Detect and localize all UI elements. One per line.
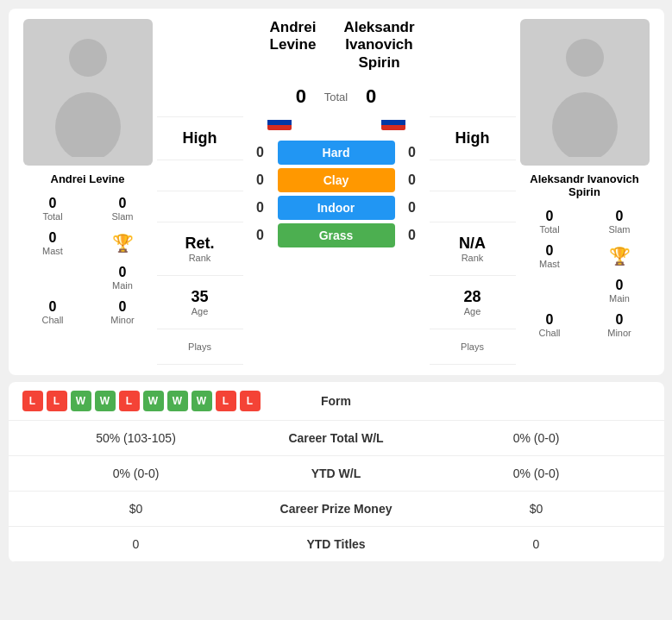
svg-point-2 xyxy=(566,39,604,77)
left-high-value: High xyxy=(183,129,217,147)
hard-button[interactable]: Hard xyxy=(278,141,395,165)
right-trophy-icon: 🏆 xyxy=(609,243,631,269)
stat-left-3: 0 xyxy=(22,537,250,551)
right-rank-value: N/A xyxy=(459,235,486,253)
right-main-cell: 0 Main xyxy=(589,274,650,307)
left-avatar xyxy=(23,19,153,166)
surface-rows: 0 Hard 0 0 Clay 0 0 Indoor 0 xyxy=(250,141,423,247)
grass-row: 0 Grass 0 xyxy=(250,223,423,247)
right-total-cell: 0 Total xyxy=(519,205,581,238)
players-row: Andrei Levine 0 Total 0 Slam 0 Mast 🏆 0 … xyxy=(19,19,654,365)
right-age-block: 28 Age xyxy=(430,276,516,329)
grass-score-left: 0 xyxy=(250,228,271,243)
right-main-value: 0 xyxy=(616,278,624,293)
clay-button[interactable]: Clay xyxy=(278,168,395,192)
indoor-score-left: 0 xyxy=(250,200,271,216)
right-plays-label: Plays xyxy=(461,341,484,352)
total-score-right: 0 xyxy=(358,85,384,108)
main-card: Andrei Levine 0 Total 0 Slam 0 Mast 🏆 0 … xyxy=(9,9,664,375)
form-badge-w: W xyxy=(143,391,164,411)
flag-row xyxy=(250,115,423,141)
right-rank-block: N/A Rank xyxy=(430,222,516,276)
right-mast-cell: 0 Mast xyxy=(519,240,581,272)
form-badge-l: L xyxy=(240,391,261,411)
left-total-cell: 0 Total xyxy=(22,192,84,225)
left-main-label: Main xyxy=(112,280,133,291)
left-slam-value: 0 xyxy=(119,196,127,211)
right-stats-grid: 0 Total 0 Slam 0 Mast 🏆 0 Main 0 xyxy=(516,205,654,341)
right-slam-label: Slam xyxy=(608,224,630,235)
right-slam-cell: 0 Slam xyxy=(589,205,650,238)
bottom-card: LLWWLWWWLL Form 50% (103-105)Career Tota… xyxy=(9,382,664,562)
right-flag xyxy=(381,115,405,130)
right-age-label: Age xyxy=(464,306,481,316)
grass-button[interactable]: Grass xyxy=(278,223,395,247)
form-badge-l: L xyxy=(216,391,236,411)
stat-center-0: Career Total W/L xyxy=(250,431,423,445)
grass-score-right: 0 xyxy=(402,228,423,243)
left-age-value: 35 xyxy=(191,288,208,306)
left-high-block: High xyxy=(157,117,243,160)
form-label: Form xyxy=(302,394,371,408)
right-mast-label: Mast xyxy=(539,259,560,269)
form-badge-w: W xyxy=(95,391,116,411)
stat-center-1: YTD W/L xyxy=(250,467,423,480)
right-total-label: Total xyxy=(539,224,559,235)
svg-point-3 xyxy=(552,92,618,157)
left-plays-block: Plays xyxy=(157,329,243,365)
right-plays-block: Plays xyxy=(430,329,516,365)
left-slam-cell: 0 Slam xyxy=(92,192,154,225)
left-age-label: Age xyxy=(192,306,209,316)
player-right: Aleksandr Ivanovich Spirin 0 Total 0 Sla… xyxy=(516,19,654,365)
left-slam-label: Slam xyxy=(111,211,133,222)
left-total-value: 0 xyxy=(49,196,57,211)
right-minor-label: Minor xyxy=(607,328,631,338)
stat-right-2: $0 xyxy=(423,502,650,516)
stat-right-0: 0% (0-0) xyxy=(423,431,650,445)
stat-left-2: $0 xyxy=(22,502,250,516)
stat-right-3: 0 xyxy=(423,537,650,551)
left-mast-cell: 0 Mast xyxy=(22,227,84,260)
stat-left-1: 0% (0-0) xyxy=(22,467,250,480)
left-chall-label: Chall xyxy=(41,315,63,325)
left-rank-label: Rank xyxy=(189,253,211,263)
left-rank-value: Ret. xyxy=(185,235,214,253)
left-minor-label: Minor xyxy=(110,315,135,325)
hard-score-left: 0 xyxy=(250,145,271,160)
left-main-value: 0 xyxy=(119,265,127,280)
svg-point-1 xyxy=(55,92,121,157)
svg-point-0 xyxy=(69,39,107,77)
clay-score-right: 0 xyxy=(402,172,423,188)
right-player-name: Aleksandr Ivanovich Spirin xyxy=(516,172,654,198)
left-plays-label: Plays xyxy=(188,341,211,352)
right-mast-value: 0 xyxy=(546,243,554,259)
left-chall-cell: 0 Chall xyxy=(22,296,84,329)
stat-right-1: 0% (0-0) xyxy=(423,467,650,480)
center-section: High Ret. Rank 35 Age Plays xyxy=(157,19,516,365)
left-minor-value: 0 xyxy=(119,299,127,315)
total-label: Total xyxy=(324,91,348,103)
left-age-block: 35 Age xyxy=(157,276,243,329)
left-flag xyxy=(267,115,292,130)
stat-center-3: YTD Titles xyxy=(250,537,423,551)
left-mast-label: Mast xyxy=(42,246,63,256)
left-rank-block: Ret. Rank xyxy=(157,222,243,276)
stat-row-2: $0Career Prize Money$0 xyxy=(9,492,664,527)
indoor-button[interactable]: Indoor xyxy=(278,196,395,220)
left-chall-value: 0 xyxy=(49,299,57,315)
right-rank-label: Rank xyxy=(462,253,484,263)
indoor-score-right: 0 xyxy=(402,200,423,216)
player-left: Andrei Levine 0 Total 0 Slam 0 Mast 🏆 0 … xyxy=(19,19,157,365)
stats-rows: 50% (103-105)Career Total W/L0% (0-0)0% … xyxy=(9,421,664,562)
form-badge-l: L xyxy=(47,391,67,411)
left-stats-grid: 0 Total 0 Slam 0 Mast 🏆 0 Main 0 xyxy=(19,192,157,329)
left-detail: High Ret. Rank 35 Age Plays xyxy=(157,19,243,365)
right-detail: High N/A Rank 28 Age Plays xyxy=(430,19,516,365)
right-minor-value: 0 xyxy=(616,312,624,328)
right-avatar xyxy=(520,19,650,166)
form-row: LLWWLWWWLL Form xyxy=(9,382,664,421)
left-name-header: Andrei Levine xyxy=(250,19,336,72)
indoor-row: 0 Indoor 0 xyxy=(250,196,423,220)
scores-section: Andrei Levine Aleksandr Ivanovich Spirin… xyxy=(243,19,430,365)
form-badge-w: W xyxy=(71,391,91,411)
